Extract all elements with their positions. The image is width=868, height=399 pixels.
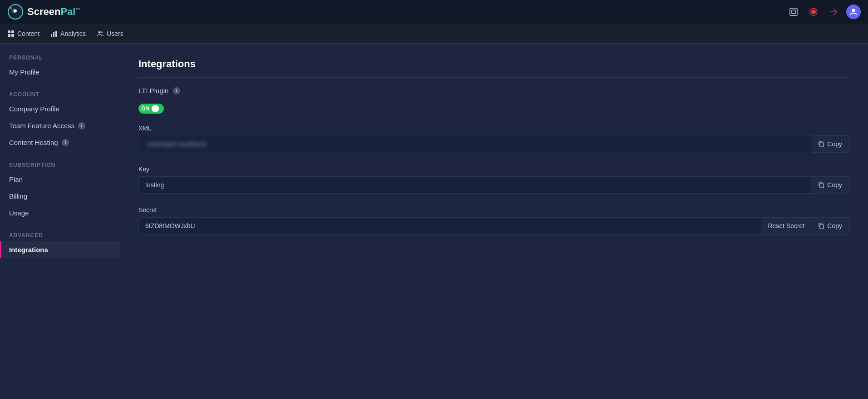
sidebar-item-my-profile[interactable]: My Profile: [0, 64, 120, 80]
svg-rect-13: [53, 32, 54, 37]
svg-rect-12: [51, 34, 52, 37]
xml-field-row: Copy: [138, 135, 850, 153]
page-title: Integrations: [138, 58, 850, 78]
key-input[interactable]: [138, 176, 811, 194]
secondary-nav: Content Analytics Users: [0, 24, 868, 44]
copy-icon-2: [818, 182, 824, 188]
nav-item-content[interactable]: Content: [7, 28, 39, 39]
svg-rect-8: [8, 30, 10, 33]
svg-rect-17: [820, 143, 824, 147]
svg-rect-11: [11, 34, 14, 37]
sidebar-section-advanced: Advanced: [0, 229, 120, 241]
svg-point-1: [14, 10, 17, 12]
secret-input[interactable]: [138, 217, 761, 234]
xml-input[interactable]: [138, 135, 811, 153]
sidebar-item-team-feature-access[interactable]: Team Feature Access i: [0, 117, 120, 134]
reset-secret-button[interactable]: Reset Secret: [761, 217, 811, 234]
sidebar-item-integrations[interactable]: Integrations: [0, 241, 120, 258]
copy-icon: [818, 141, 824, 147]
top-bar-right: [786, 5, 861, 19]
xml-label: XML: [138, 125, 850, 132]
top-bar-left: ScreenPal™: [7, 4, 80, 20]
secret-field-block: Secret Reset Secret Copy: [138, 206, 850, 234]
lti-toggle[interactable]: ON: [138, 104, 164, 114]
top-bar: ScreenPal™: [0, 0, 868, 24]
secret-field-row: Reset Secret Copy: [138, 217, 850, 234]
sidebar-section-account: Account: [0, 88, 120, 100]
copy-icon-3: [818, 223, 824, 229]
svg-point-7: [852, 9, 855, 12]
svg-point-15: [99, 31, 101, 33]
sidebar-section-personal: Personal: [0, 51, 120, 64]
sidebar: Personal My Profile Account Company Prof…: [0, 44, 120, 399]
sidebar-item-billing[interactable]: Billing: [0, 188, 120, 204]
key-field-block: Key Copy: [138, 165, 850, 194]
svg-point-6: [811, 10, 816, 14]
user-avatar-icon[interactable]: [846, 5, 861, 19]
chart-icon: [50, 30, 58, 37]
lti-toggle-circle: [152, 105, 159, 112]
key-copy-button[interactable]: Copy: [811, 176, 850, 194]
logo-icon: [7, 4, 24, 20]
nav-item-users[interactable]: Users: [97, 28, 123, 39]
sidebar-section-subscription: Subscription: [0, 158, 120, 171]
main-layout: Personal My Profile Account Company Prof…: [0, 44, 868, 399]
secret-copy-button[interactable]: Copy: [811, 217, 850, 234]
share-icon[interactable]: [826, 5, 841, 19]
lti-plugin-info-icon[interactable]: i: [173, 87, 180, 95]
svg-rect-18: [820, 184, 824, 188]
svg-rect-4: [792, 10, 795, 14]
logo-text: ScreenPal™: [27, 6, 80, 18]
lti-toggle-wrapper: ON: [138, 104, 850, 114]
svg-point-16: [101, 31, 103, 33]
xml-copy-button[interactable]: Copy: [811, 135, 850, 153]
secret-label: Secret: [138, 206, 850, 214]
team-feature-info-icon[interactable]: i: [78, 122, 85, 130]
sidebar-item-usage[interactable]: Usage: [0, 204, 120, 221]
logo[interactable]: ScreenPal™: [7, 4, 80, 20]
svg-rect-10: [8, 34, 10, 37]
sidebar-item-content-hosting[interactable]: Content Hosting i: [0, 134, 120, 151]
lti-plugin-label: LTI Plugin: [138, 87, 168, 95]
svg-point-2: [10, 7, 12, 10]
content-hosting-info-icon[interactable]: i: [62, 139, 69, 146]
svg-rect-3: [790, 8, 797, 15]
lti-toggle-text: ON: [141, 105, 149, 112]
key-label: Key: [138, 165, 850, 173]
sidebar-item-company-profile[interactable]: Company Profile: [0, 100, 120, 117]
svg-rect-14: [55, 31, 57, 37]
capture-icon[interactable]: [786, 5, 801, 19]
sidebar-item-plan[interactable]: Plan: [0, 171, 120, 188]
key-field-row: Copy: [138, 176, 850, 194]
svg-rect-9: [11, 30, 14, 33]
xml-field-block: XML Copy: [138, 125, 850, 153]
users-icon: [97, 30, 104, 37]
main-content: Integrations LTI Plugin i ON XML: [120, 44, 868, 399]
lti-plugin-row: LTI Plugin i: [138, 87, 850, 95]
svg-rect-19: [820, 224, 824, 229]
nav-item-analytics[interactable]: Analytics: [50, 28, 86, 39]
record-icon[interactable]: [806, 5, 821, 19]
grid-icon: [7, 30, 15, 37]
